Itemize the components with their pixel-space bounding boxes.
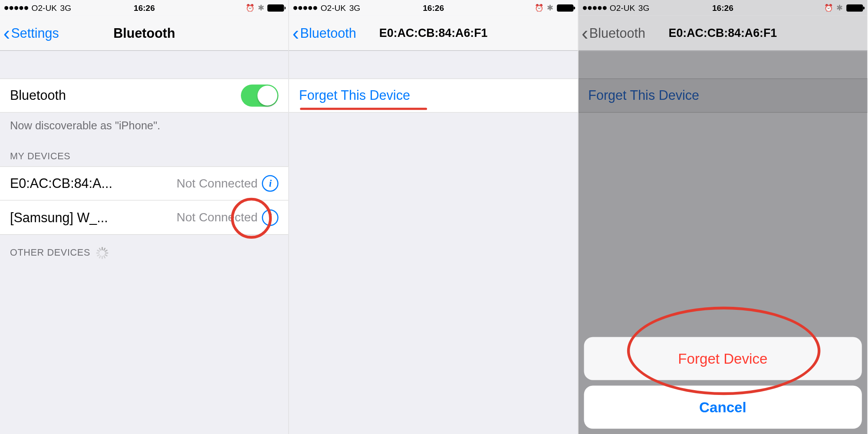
device-row[interactable]: [Samsung] W_... Not Connected i: [0, 201, 289, 235]
battery-icon: [557, 4, 573, 12]
status-bar: O2-UK 3G 16:26 ⏰ ✱: [289, 0, 578, 16]
nav-bar: ‹ Settings Bluetooth: [0, 16, 289, 51]
bluetooth-toggle[interactable]: [241, 85, 279, 107]
device-name: [Samsung] W_...: [10, 210, 108, 225]
action-sheet: Forget Device Cancel: [584, 332, 862, 429]
device-row[interactable]: E0:AC:CB:84:A... Not Connected i: [0, 166, 289, 201]
device-status: Not Connected: [108, 210, 262, 224]
back-label: Bluetooth: [589, 25, 645, 41]
forget-device-confirm-button[interactable]: Forget Device: [584, 337, 862, 380]
info-icon[interactable]: i: [262, 209, 279, 226]
forget-device-label: Forget This Device: [588, 88, 699, 102]
screen-device-detail: O2-UK 3G 16:26 ⏰ ✱ ‹ Bluetooth E0:AC:CB:…: [289, 0, 578, 434]
bluetooth-toggle-row: Bluetooth: [0, 79, 289, 113]
screen-bluetooth-list: O2-UK 3G 16:26 ⏰ ✱ ‹ Settings Bluetooth …: [0, 0, 289, 434]
forget-device-button[interactable]: Forget This Device: [289, 79, 578, 113]
back-button[interactable]: ‹ Settings: [0, 23, 59, 43]
chevron-left-icon: ‹: [582, 23, 588, 43]
my-devices-header: MY DEVICES: [0, 139, 289, 167]
forget-device-button: Forget This Device: [578, 79, 867, 113]
status-bar: O2-UK 3G 16:26 ⏰ ✱: [578, 0, 867, 16]
nav-bar: ‹ Bluetooth E0:AC:CB:84:A6:F1: [289, 16, 578, 51]
forget-device-label: Forget This Device: [299, 88, 410, 102]
back-button[interactable]: ‹ Bluetooth: [289, 23, 356, 43]
screen-forget-confirm: O2-UK 3G 16:26 ⏰ ✱ ‹ Bluetooth E0:AC:CB:…: [578, 0, 867, 434]
device-name: E0:AC:CB:84:A...: [10, 176, 112, 191]
battery-icon: [846, 4, 863, 12]
chevron-left-icon: ‹: [3, 23, 10, 43]
back-button: ‹ Bluetooth: [578, 23, 645, 43]
device-status: Not Connected: [112, 176, 262, 191]
spinner-icon: [96, 247, 108, 259]
other-devices-header: OTHER DEVICES: [0, 235, 289, 263]
discoverable-footnote: Now discoverable as "iPhone".: [0, 113, 289, 139]
info-icon[interactable]: i: [262, 175, 279, 192]
annotation-underline: [300, 108, 427, 110]
back-label: Settings: [11, 25, 59, 41]
status-bar: O2-UK 3G 16:26 ⏰ ✱: [0, 0, 289, 16]
bluetooth-label: Bluetooth: [10, 88, 66, 103]
clock-label: 16:26: [0, 3, 289, 13]
battery-icon: [268, 4, 284, 12]
back-label: Bluetooth: [300, 25, 356, 41]
chevron-left-icon: ‹: [293, 23, 299, 43]
cancel-button[interactable]: Cancel: [584, 386, 862, 429]
clock-label: 16:26: [289, 3, 578, 13]
nav-bar: ‹ Bluetooth E0:AC:CB:84:A6:F1: [578, 16, 867, 51]
clock-label: 16:26: [578, 3, 867, 13]
